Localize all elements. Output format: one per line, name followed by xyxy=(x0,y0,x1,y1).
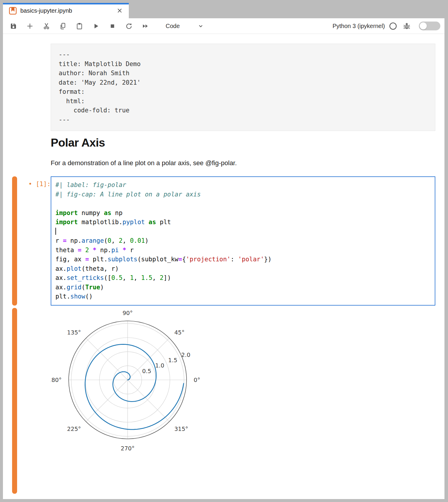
save-icon xyxy=(10,22,17,30)
svg-text:1.5: 1.5 xyxy=(168,357,177,364)
svg-text:1.0: 1.0 xyxy=(155,362,164,369)
cell-type-label: Code xyxy=(166,23,180,29)
notebook-tab[interactable]: basics-jupyter.ipynb xyxy=(3,3,129,18)
notebook-toolbar: Code Python 3 (ipykernel) xyxy=(3,18,444,34)
copy-cells-button[interactable] xyxy=(59,22,67,30)
run-all-button[interactable] xyxy=(141,22,149,30)
notebook-panel: --- title: Matplotlib Demo author: Norah… xyxy=(3,34,444,499)
svg-text:0°: 0° xyxy=(194,377,200,383)
close-icon[interactable] xyxy=(116,7,123,14)
svg-text:0.5: 0.5 xyxy=(142,368,151,374)
paste-cells-button[interactable] xyxy=(75,22,83,30)
tab-title: basics-jupyter.ipynb xyxy=(20,7,116,14)
jupyterlab-window: basics-jupyter.ipynb xyxy=(3,3,444,499)
svg-text:90°: 90° xyxy=(123,310,133,316)
desktop-background: { "tab": { "title": "basics-jupyter.ipyn… xyxy=(0,0,448,502)
stop-kernel-button[interactable] xyxy=(108,22,116,30)
code-editor[interactable]: #| label: fig-polar#| fig-cap: A line pl… xyxy=(51,176,435,306)
cell-collapser-bar[interactable] xyxy=(12,176,17,306)
run-icon xyxy=(92,22,100,30)
kernel-name[interactable]: Python 3 (ipykernel) xyxy=(332,23,385,29)
svg-text:225°: 225° xyxy=(67,426,81,432)
paste-icon xyxy=(76,22,83,30)
toggle-knob xyxy=(420,22,427,29)
tab-bar: basics-jupyter.ipynb xyxy=(3,3,444,18)
run-cell-button[interactable] xyxy=(92,22,100,30)
restart-kernel-icon xyxy=(125,22,133,30)
frontmatter-text: --- title: Matplotlib Demo author: Norah… xyxy=(59,50,427,124)
markdown-paragraph: For a demonstration of a line plot on a … xyxy=(51,159,444,167)
chevron-down-icon xyxy=(197,22,205,30)
save-button[interactable] xyxy=(9,22,17,30)
restart-kernel-button[interactable] xyxy=(125,22,133,30)
svg-text:135°: 135° xyxy=(67,329,81,336)
cut-icon xyxy=(43,22,50,30)
copy-icon xyxy=(59,22,67,30)
output-area: 0°45°90°135°180°225°270°315°0.51.01.52.0 xyxy=(3,308,444,497)
debugger-bug-icon[interactable] xyxy=(403,22,411,30)
svg-text:45°: 45° xyxy=(174,329,185,336)
svg-text:2.0: 2.0 xyxy=(181,351,190,358)
cell-type-select[interactable]: Code xyxy=(166,22,205,30)
notebook-file-icon xyxy=(9,7,17,15)
markdown-heading: Polar Axis xyxy=(51,136,444,149)
stop-icon xyxy=(109,22,116,30)
polar-plot-figure: 0°45°90°135°180°225°270°315°0.51.01.52.0 xyxy=(51,308,216,461)
svg-text:315°: 315° xyxy=(174,426,188,432)
add-cell-button[interactable] xyxy=(26,22,34,30)
execution-prompt: • [1]: xyxy=(21,181,51,188)
code-cell: • [1]: #| label: fig-polar#| fig-cap: A … xyxy=(3,176,444,306)
add-cell-icon xyxy=(26,22,34,30)
kernel-status-icon xyxy=(389,22,397,30)
svg-text:270°: 270° xyxy=(121,445,135,452)
active-tab-accent xyxy=(3,3,129,4)
output-collapser-bar[interactable] xyxy=(12,308,17,494)
simple-interface-toggle[interactable] xyxy=(419,22,440,30)
svg-text:180°: 180° xyxy=(51,377,62,383)
cut-cells-button[interactable] xyxy=(42,22,50,30)
run-all-icon xyxy=(142,22,149,30)
frontmatter-raw-cell[interactable]: --- title: Matplotlib Demo author: Norah… xyxy=(51,44,435,131)
